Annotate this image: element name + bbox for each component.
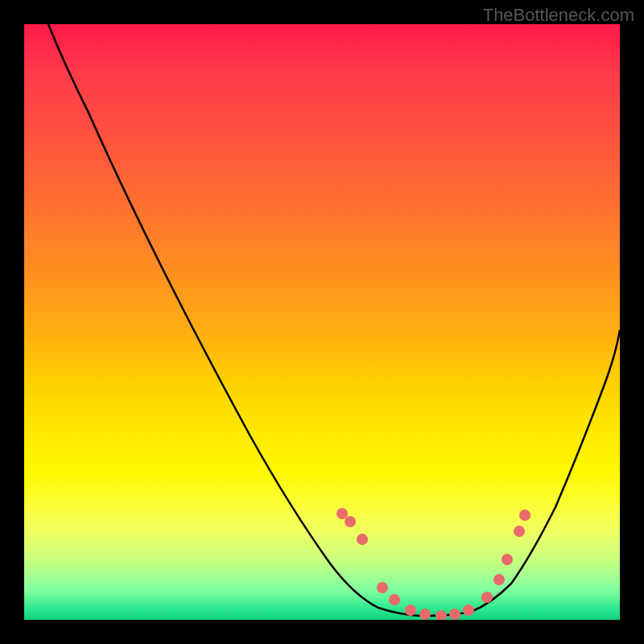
watermark-text: TheBottleneck.com <box>483 5 634 26</box>
data-marker <box>519 510 530 521</box>
data-marker <box>377 582 388 593</box>
data-marker <box>419 609 431 620</box>
markers-group <box>336 508 530 620</box>
data-marker <box>449 609 460 620</box>
data-marker <box>514 526 525 537</box>
data-marker <box>389 594 400 605</box>
data-marker <box>493 574 505 585</box>
data-marker <box>481 592 493 603</box>
data-marker <box>357 534 368 545</box>
data-marker <box>405 605 416 616</box>
data-marker <box>436 610 447 620</box>
data-marker <box>502 554 513 565</box>
chart-svg <box>24 24 620 620</box>
chart-container: TheBottleneck.com <box>0 0 644 644</box>
curve-group <box>48 24 620 616</box>
data-marker <box>345 516 356 527</box>
data-marker <box>336 508 348 519</box>
bottleneck-curve-line <box>48 24 620 616</box>
data-marker <box>463 605 474 616</box>
